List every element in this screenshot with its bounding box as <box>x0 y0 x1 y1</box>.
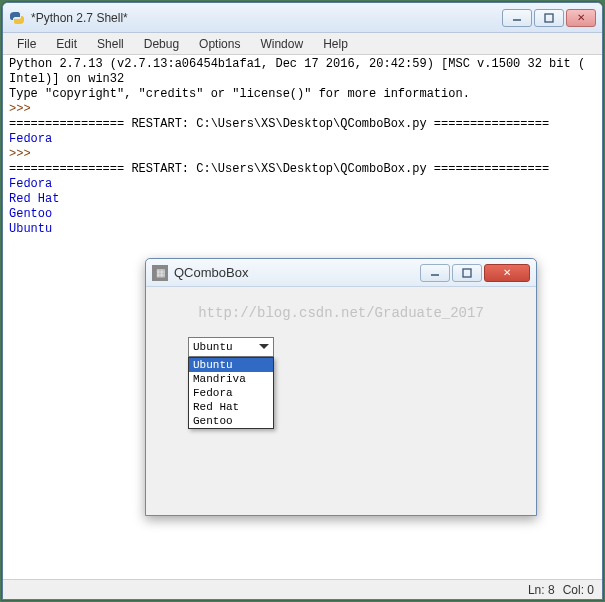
combobox-option[interactable]: Gentoo <box>189 414 273 428</box>
qt-app-icon: ▦ <box>152 265 168 281</box>
shell-prompt: >>> <box>9 102 38 116</box>
idle-title: *Python 2.7 Shell* <box>31 11 502 25</box>
inner-minimize-button[interactable] <box>420 264 450 282</box>
idle-window-controls: ✕ <box>502 9 596 27</box>
shell-output: Fedora <box>9 177 596 192</box>
qcombobox-titlebar[interactable]: ▦ QComboBox ✕ <box>146 259 536 287</box>
combobox-option[interactable]: Red Hat <box>189 400 273 414</box>
qcombobox-body: http://blog.csdn.net/Graduate_2017 Ubunt… <box>146 287 536 515</box>
status-line: Ln: 8 <box>528 583 555 597</box>
close-icon: ✕ <box>577 12 585 23</box>
shell-output: Ubuntu <box>9 222 596 237</box>
shell-output: Fedora <box>9 132 596 147</box>
shell-restart-line: ================ RESTART: C:\Users\XS\De… <box>9 117 596 132</box>
idle-statusbar: Ln: 8 Col: 0 <box>3 579 602 599</box>
menu-file[interactable]: File <box>7 35 46 53</box>
combobox-option[interactable]: Fedora <box>189 386 273 400</box>
watermark-text: http://blog.csdn.net/Graduate_2017 <box>146 305 536 321</box>
qcombobox-title: QComboBox <box>174 265 420 280</box>
menu-options[interactable]: Options <box>189 35 250 53</box>
combobox[interactable]: Ubuntu Ubuntu Mandriva Fedora Red Hat Ge… <box>188 337 274 429</box>
shell-prompt: >>> <box>9 147 38 161</box>
menu-help[interactable]: Help <box>313 35 358 53</box>
status-col: Col: 0 <box>563 583 594 597</box>
shell-output: Gentoo <box>9 207 596 222</box>
shell-header-line: Type "copyright", "credits" or "license(… <box>9 87 596 102</box>
shell-restart-line: ================ RESTART: C:\Users\XS\De… <box>9 162 596 177</box>
idle-menubar: File Edit Shell Debug Options Window Hel… <box>3 33 602 55</box>
svg-rect-3 <box>463 269 471 277</box>
idle-titlebar[interactable]: *Python 2.7 Shell* ✕ <box>3 3 602 33</box>
menu-shell[interactable]: Shell <box>87 35 134 53</box>
combobox-selected-value: Ubuntu <box>193 341 233 353</box>
python-icon <box>9 10 25 26</box>
svg-rect-1 <box>545 14 553 22</box>
inner-maximize-button[interactable] <box>452 264 482 282</box>
inner-close-button[interactable]: ✕ <box>484 264 530 282</box>
shell-header-line: Python 2.7.13 (v2.7.13:a06454b1afa1, Dec… <box>9 57 596 72</box>
maximize-button[interactable] <box>534 9 564 27</box>
menu-debug[interactable]: Debug <box>134 35 189 53</box>
minimize-button[interactable] <box>502 9 532 27</box>
combobox-option[interactable]: Ubuntu <box>189 358 273 372</box>
chevron-down-icon <box>255 344 273 350</box>
close-button[interactable]: ✕ <box>566 9 596 27</box>
combobox-dropdown: Ubuntu Mandriva Fedora Red Hat Gentoo <box>188 357 274 429</box>
combobox-option[interactable]: Mandriva <box>189 372 273 386</box>
shell-header-line: Intel)] on win32 <box>9 72 596 87</box>
qcombobox-window-controls: ✕ <box>420 264 530 282</box>
shell-output: Red Hat <box>9 192 596 207</box>
qcombobox-window: ▦ QComboBox ✕ http://blog.csdn.net/Gradu… <box>145 258 537 516</box>
close-icon: ✕ <box>503 267 511 278</box>
menu-window[interactable]: Window <box>250 35 313 53</box>
combobox-field[interactable]: Ubuntu <box>188 337 274 357</box>
menu-edit[interactable]: Edit <box>46 35 87 53</box>
